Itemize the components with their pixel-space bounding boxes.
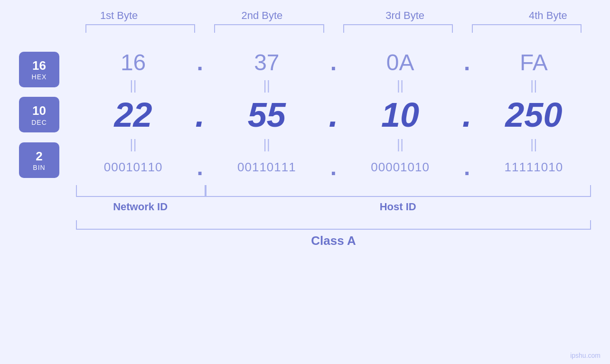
equals-row-1: || || || || <box>76 78 591 93</box>
eq2-1: || <box>76 138 190 151</box>
bin-row: 00010110 . 00110111 . 00001010 . 1111101… <box>76 152 591 183</box>
bracket-top-2 <box>214 24 324 33</box>
dot-bin-3: . <box>458 154 477 180</box>
equals-row-2: || || || || <box>76 137 591 152</box>
dec-row: 22 . 55 . 10 . 250 <box>76 93 591 137</box>
class-a-bracket <box>76 220 591 230</box>
eq2-2: || <box>209 138 324 151</box>
bin-badge-label: BIN <box>33 164 45 171</box>
bracket-cell-4 <box>462 24 591 33</box>
dec-byte3: 10 <box>343 95 458 134</box>
bin-byte4: 11111010 <box>477 160 591 175</box>
byte3-header: 3rd Byte <box>334 9 477 22</box>
eq1-1: || <box>76 79 190 92</box>
id-labels-row: Network ID Host ID <box>76 201 591 213</box>
main-container: 1st Byte 2nd Byte 3rd Byte 4th Byte 16 H… <box>0 0 610 364</box>
eq1-2: || <box>209 79 324 92</box>
class-a-label: Class A <box>76 233 591 248</box>
dec-badge: 10 DEC <box>19 97 59 132</box>
dot-dec-3: . <box>458 95 477 134</box>
byte-headers: 1st Byte 2nd Byte 3rd Byte 4th Byte <box>47 9 610 22</box>
bracket-cell-1 <box>76 24 205 33</box>
dot-bin-1: . <box>190 154 209 180</box>
bracket-top-1 <box>85 24 195 33</box>
hex-badge-label: HEX <box>32 73 47 81</box>
eq1-4: || <box>477 79 591 92</box>
host-bracket <box>206 185 591 197</box>
byte2-header: 2nd Byte <box>190 9 333 22</box>
dot-hex-3: . <box>458 49 477 75</box>
dec-byte4: 250 <box>477 95 591 134</box>
content-area: 16 HEX 10 DEC 2 BIN 16 . 37 <box>19 47 591 183</box>
dec-byte2: 55 <box>209 95 324 134</box>
bin-byte1: 00010110 <box>76 160 190 175</box>
dot-bin-2: . <box>324 154 343 180</box>
bin-byte2: 00110111 <box>209 160 324 175</box>
bracket-top-4 <box>472 24 582 33</box>
hex-byte1: 16 <box>76 49 190 75</box>
class-label-row: Class A <box>76 233 591 248</box>
byte1-header: 1st Byte <box>47 9 190 22</box>
dot-dec-1: . <box>190 95 209 134</box>
dec-badge-number: 10 <box>32 103 46 118</box>
dot-hex-1: . <box>190 49 209 75</box>
dec-byte1: 22 <box>76 95 190 134</box>
hex-byte4: FA <box>477 49 591 75</box>
values-grid: 16 . 37 . 0A . FA || || <box>76 47 591 183</box>
dot-dec-2: . <box>324 95 343 134</box>
network-id-label: Network ID <box>76 201 205 213</box>
hex-byte3: 0A <box>343 49 458 75</box>
hex-row: 16 . 37 . 0A . FA <box>76 47 591 78</box>
hex-badge-number: 16 <box>32 58 46 73</box>
eq2-4: || <box>477 138 591 151</box>
eq2-3: || <box>343 138 458 151</box>
hex-badge: 16 HEX <box>19 52 59 87</box>
network-bracket <box>76 185 206 197</box>
dot-hex-2: . <box>324 49 343 75</box>
top-bracket-row <box>76 24 591 33</box>
watermark: ipshu.com <box>570 352 601 359</box>
eq1-3: || <box>343 79 458 92</box>
bin-badge: 2 BIN <box>19 142 59 178</box>
bottom-bracket-area <box>76 185 591 197</box>
bin-byte3: 00001010 <box>343 160 458 175</box>
bracket-cell-3 <box>334 24 462 33</box>
bracket-top-3 <box>343 24 453 33</box>
dec-badge-label: DEC <box>31 119 47 126</box>
byte4-header: 4th Byte <box>477 9 610 22</box>
bracket-cell-2 <box>205 24 333 33</box>
host-id-label: Host ID <box>205 201 591 213</box>
hex-byte2: 37 <box>209 49 324 75</box>
badge-column: 16 HEX 10 DEC 2 BIN <box>19 47 66 183</box>
bin-badge-number: 2 <box>36 149 42 164</box>
class-bracket-row <box>76 220 591 230</box>
